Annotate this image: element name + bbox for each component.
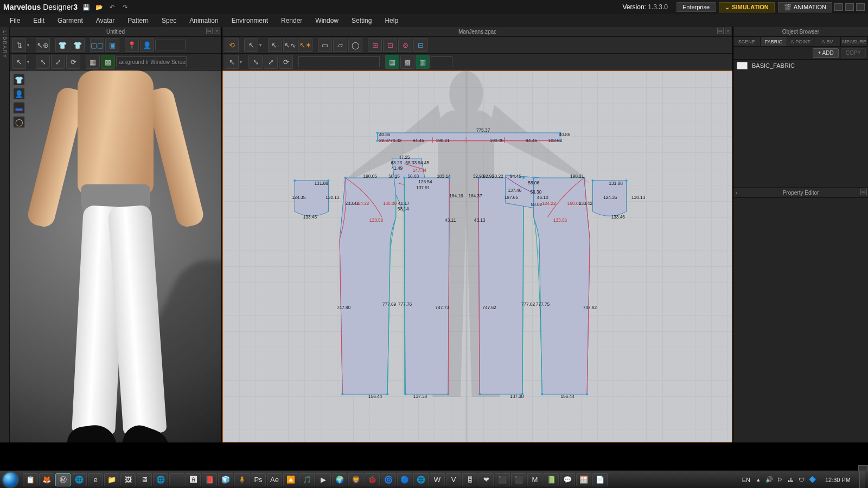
menu-garment[interactable]: Garment <box>51 15 90 27</box>
tab-measure[interactable]: MEASURE <box>841 37 868 46</box>
quick-garment-icon[interactable]: 👕 <box>13 74 25 86</box>
show-avatar-icon[interactable]: 👕 <box>71 38 85 52</box>
taskbar-app[interactable] <box>169 473 184 486</box>
free-sewing-tool-icon[interactable]: ⤢ <box>264 55 278 69</box>
window-close-button[interactable] <box>856 3 865 11</box>
toolbar-2d-field2[interactable] <box>431 56 452 67</box>
menu-spec[interactable]: Spec <box>155 15 183 27</box>
taskbar-app[interactable]: 🌐 <box>413 473 429 486</box>
polygon-tool-icon[interactable]: ▱ <box>333 38 347 52</box>
taskbar-app[interactable]: 🖼 <box>120 473 136 486</box>
ellipse-tool-icon[interactable]: ◯ <box>348 38 362 52</box>
tab-a-bv[interactable]: A-BV <box>814 37 841 46</box>
quick-texture-icon[interactable]: ▬ <box>13 102 25 114</box>
rectangle-tool-icon[interactable]: ▭ <box>318 38 332 52</box>
taskbar-app[interactable]: 🔼 <box>283 473 298 486</box>
select-move-tool-icon[interactable]: ↖⊕ <box>36 38 50 52</box>
internal-circle-tool-icon[interactable]: ⊚ <box>398 38 412 52</box>
add-button[interactable]: + ADD <box>813 48 838 58</box>
collapse-icon[interactable]: ‹ <box>736 190 737 196</box>
segment-sewing-tool-icon[interactable]: ⤡ <box>248 55 263 69</box>
panel-close-icon[interactable]: × <box>214 28 220 34</box>
menu-help[interactable]: Help <box>378 15 405 27</box>
dart-tool-icon[interactable]: ⊟ <box>413 38 427 52</box>
window-maximize-button[interactable] <box>845 3 854 11</box>
tray-lang[interactable]: EN <box>742 477 750 483</box>
panel-close-icon[interactable]: × <box>725 28 731 34</box>
taskbar-app[interactable]: V <box>446 473 461 486</box>
tray-icon[interactable]: 🛡 <box>798 476 806 484</box>
show-sew-icon[interactable]: ▦ <box>385 55 399 69</box>
pin-tool-icon[interactable]: 📍 <box>125 38 139 52</box>
taskbar-app[interactable]: 📕 <box>202 473 217 486</box>
pattern-canvas[interactable]: 775.3740.8532.3770.3294.45190.21190.0594… <box>223 71 732 442</box>
transform-tool-icon[interactable]: ↖ <box>244 38 258 52</box>
taskbar-app[interactable]: 📄 <box>592 473 608 486</box>
taskbar-app[interactable]: 🔵 <box>397 473 412 486</box>
taskbar-app[interactable]: 🦊 <box>39 473 54 486</box>
undo-icon[interactable]: ↶ <box>108 3 117 11</box>
taskbar-app[interactable]: ⬛ <box>511 473 526 486</box>
toolbar-3d-field[interactable] <box>155 40 186 50</box>
toolbar-3d-text-field[interactable]: ackground Ir Window Screen Ca <box>116 56 187 67</box>
enterprise-chip[interactable]: Enterprise <box>676 2 716 12</box>
taskbar-app[interactable]: ❤ <box>478 473 494 486</box>
open-icon[interactable]: 📂 <box>95 3 104 11</box>
tab-fabric[interactable]: FABRIC <box>761 37 788 46</box>
taskbar-app[interactable]: 🌐 <box>72 473 87 486</box>
save-icon[interactable]: 💾 <box>82 3 91 11</box>
animation-mode-button[interactable]: ANIMATION <box>778 2 832 12</box>
taskbar-app[interactable]: 🧍 <box>234 473 250 486</box>
taskbar-app[interactable]: 🅰 <box>186 473 201 486</box>
taskbar-app[interactable]: 🎛 <box>462 473 477 486</box>
avatar-tool-icon[interactable]: 👤 <box>140 38 154 52</box>
taskbar-app[interactable]: 🧊 <box>218 473 233 486</box>
taskbar-app[interactable]: ▶ <box>316 473 331 486</box>
redo-icon[interactable]: ↷ <box>121 3 130 11</box>
taskbar-app[interactable]: 📁 <box>104 473 119 486</box>
show-desktop-button[interactable] <box>859 471 865 489</box>
taskbar-app[interactable]: ⬛ <box>495 473 510 486</box>
simulation-mode-button[interactable]: SIMULATION <box>719 2 775 12</box>
panel-options-icon[interactable]: ▭ <box>860 189 867 195</box>
taskbar-app[interactable]: 🌍 <box>332 473 347 486</box>
toolbar-2d-field[interactable] <box>298 56 380 67</box>
tray-icon[interactable]: 🔊 <box>765 476 773 484</box>
menu-window[interactable]: Window <box>309 15 345 27</box>
taskbar-app[interactable]: 💬 <box>560 473 575 486</box>
arrangement-bv-icon[interactable]: ▣ <box>105 38 119 52</box>
texture-tool-icon[interactable]: ▦ <box>86 55 100 69</box>
tray-icon[interactable]: 🔷 <box>809 476 816 484</box>
taskbar-app[interactable]: 🎵 <box>299 473 315 486</box>
tray-icon[interactable]: 🖧 <box>787 476 795 484</box>
quick-head-icon[interactable]: ◯ <box>13 116 25 128</box>
sewing-tool-icon[interactable]: ⟳ <box>66 55 80 69</box>
menu-render[interactable]: Render <box>275 15 309 27</box>
taskbar-app[interactable]: 📗 <box>544 473 559 486</box>
tray-icon[interactable]: ▴ <box>755 476 762 484</box>
taskbar-app[interactable]: Ps <box>251 473 266 486</box>
tab-a-point[interactable]: A-POINT <box>787 37 814 46</box>
taskbar-app[interactable]: 🐞 <box>365 473 380 486</box>
texture-view-icon[interactable]: ▩ <box>101 55 115 69</box>
viewport-3d[interactable]: 👕 👤 ▬ ◯ <box>10 70 221 442</box>
arrangement-point-icon[interactable]: ▢▢ <box>90 38 104 52</box>
taskbar-app[interactable]: 🦁 <box>348 473 363 486</box>
internal-poly-tool-icon[interactable]: ⊡ <box>383 38 397 52</box>
internal-line-tool-icon[interactable]: ⊞ <box>368 38 382 52</box>
taskbar-app[interactable]: 🖥 <box>137 473 152 486</box>
sewing-2d-tool-icon[interactable]: ⟳ <box>279 55 293 69</box>
add-point-tool-icon[interactable]: ↖✶ <box>298 38 312 52</box>
free-sew-tool-icon[interactable]: ⤢ <box>51 55 65 69</box>
taskbar-app[interactable]: Ae <box>267 473 282 486</box>
menu-environment[interactable]: Environment <box>225 15 275 27</box>
taskbar-app[interactable]: 🌀 <box>381 473 396 486</box>
copy-button[interactable]: COPY <box>841 48 866 58</box>
fabric-item[interactable]: BASIC_FABRIC <box>733 60 868 72</box>
sync-tool-icon[interactable]: ⇅ <box>12 38 26 52</box>
taskbar-app[interactable]: M <box>527 473 542 486</box>
tray-clock[interactable]: 12:30 PM <box>821 477 855 483</box>
viewport-2d[interactable]: 775.3740.8532.3770.3294.45190.21190.0594… <box>222 70 732 442</box>
menu-edit[interactable]: Edit <box>27 15 51 27</box>
taskbar-app[interactable]: W <box>430 473 445 486</box>
